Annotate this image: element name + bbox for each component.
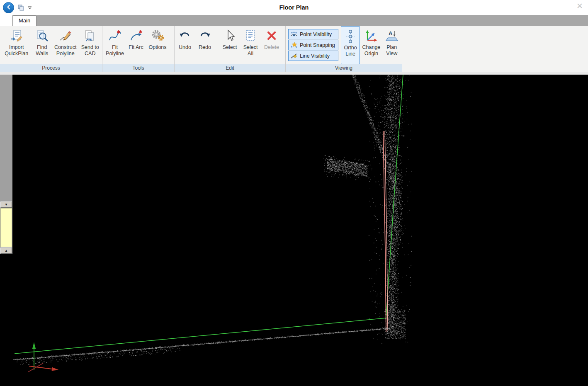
left-scroll-strip: ▼ ▲	[0, 75, 12, 254]
ribbon-group-edit: Undo Redo	[175, 26, 286, 72]
options-icon	[151, 28, 165, 44]
scroll-up-button[interactable]: ▲	[0, 248, 12, 254]
line-visibility-toggle[interactable]: Line Visibility	[288, 51, 338, 61]
ribbon-group-tools: Fit Polyline	[102, 26, 175, 72]
title-bar: Floor Plan ✕	[0, 0, 588, 15]
import-quickplan-button[interactable]: Import QuickPlan	[1, 26, 32, 64]
fit-polyline-label: Fit Polyline	[104, 44, 126, 57]
construct-polyline-button[interactable]: Construct Polyline	[52, 26, 79, 64]
quick-access-dropdown-icon[interactable]	[28, 5, 32, 10]
find-walls-label: Find Walls	[33, 44, 51, 57]
window-title: Floor Plan	[0, 4, 588, 11]
delete-icon	[265, 28, 279, 44]
ortho-line-icon	[344, 28, 357, 45]
fit-polyline-button[interactable]: Fit Polyline	[103, 26, 126, 64]
ortho-line-label: Ortho Line	[342, 45, 359, 57]
change-origin-icon	[364, 28, 378, 44]
redo-label: Redo	[199, 44, 211, 51]
select-all-button[interactable]: Select All	[240, 26, 261, 64]
import-quickplan-icon	[10, 28, 24, 44]
send-to-cad-icon	[83, 28, 97, 44]
ribbon-tab-bar: Main	[0, 15, 588, 26]
group-label-edit: Edit	[175, 64, 285, 72]
viewport[interactable]: ▼ ▲	[0, 75, 588, 386]
ribbon: Import QuickPlan Find Walls	[0, 26, 588, 72]
redo-icon	[198, 28, 212, 44]
select-label: Select	[223, 44, 237, 51]
redo-button[interactable]: Redo	[194, 26, 215, 64]
point-visibility-toggle[interactable]: Point Visibility	[288, 29, 338, 39]
find-walls-button[interactable]: Find Walls	[32, 26, 52, 64]
plan-view-button[interactable]: A Plan View	[382, 26, 401, 64]
select-all-label: Select All	[241, 44, 260, 57]
line-visibility-icon	[290, 53, 298, 59]
change-origin-label: Change Origin	[361, 44, 381, 57]
group-label-tools: Tools	[102, 64, 174, 72]
ribbon-group-viewing: Point Visibility Point Snapping	[286, 26, 402, 72]
send-to-cad-label: Send to CAD	[80, 44, 100, 57]
fit-polyline-icon	[108, 28, 122, 44]
app-icon	[17, 4, 25, 11]
point-snapping-icon	[290, 42, 298, 49]
tab-main[interactable]: Main	[12, 15, 36, 26]
construct-polyline-label: Construct Polyline	[53, 44, 78, 57]
point-snapping-toggle[interactable]: Point Snapping	[288, 40, 338, 50]
options-label: Options	[148, 44, 166, 51]
point-visibility-label: Point Visibility	[300, 32, 332, 37]
floor-plan-window: Floor Plan ✕ Main	[0, 0, 588, 386]
fit-arc-icon	[129, 28, 143, 44]
fit-arc-label: Fit Arc	[129, 44, 143, 51]
pointcloud-canvas[interactable]	[0, 75, 588, 386]
point-snapping-label: Point Snapping	[300, 42, 335, 48]
select-all-icon	[243, 28, 258, 44]
group-label-viewing: Viewing	[286, 64, 402, 72]
plan-view-icon: A	[385, 28, 399, 44]
change-origin-button[interactable]: Change Origin	[360, 26, 382, 64]
construct-polyline-icon	[58, 28, 73, 44]
plan-view-label: Plan View	[383, 44, 400, 57]
point-visibility-icon	[290, 31, 298, 38]
import-quickplan-label: Import QuickPlan	[3, 44, 30, 57]
scroll-down-button[interactable]: ▼	[0, 201, 12, 208]
select-icon	[223, 28, 237, 44]
undo-icon	[178, 28, 192, 44]
options-button[interactable]: Options	[146, 26, 170, 64]
ribbon-group-process: Import QuickPlan Find Walls	[0, 26, 102, 72]
undo-button[interactable]: Undo	[175, 26, 194, 64]
undo-label: Undo	[179, 44, 191, 51]
delete-label: Delete	[264, 44, 279, 51]
close-button[interactable]: ✕	[576, 2, 583, 10]
send-to-cad-button[interactable]: Send to CAD	[79, 26, 101, 64]
find-walls-icon	[35, 28, 49, 44]
back-button[interactable]	[3, 2, 14, 13]
select-button[interactable]: Select	[219, 26, 240, 64]
viewing-toggles: Point Visibility Point Snapping	[288, 29, 338, 64]
line-visibility-label: Line Visibility	[300, 53, 330, 59]
fit-arc-button[interactable]: Fit Arc	[126, 26, 146, 64]
group-label-process: Process	[0, 64, 102, 72]
ortho-line-button[interactable]: Ortho Line	[341, 26, 360, 64]
back-chevron-icon	[6, 5, 11, 11]
delete-button: Delete	[261, 26, 282, 64]
svg-text:A: A	[389, 30, 393, 36]
slider-thumb[interactable]	[0, 208, 12, 247]
